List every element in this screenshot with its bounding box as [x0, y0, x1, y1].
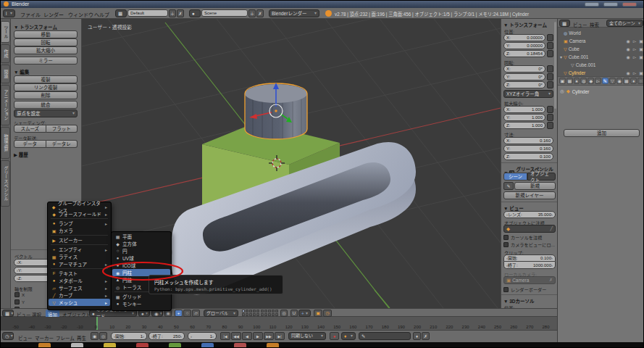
taskbar-app-icon[interactable] — [71, 343, 83, 348]
panel-edit-header[interactable]: ▼ 編集 — [14, 68, 29, 75]
title-bar[interactable]: Blender — [1, 1, 644, 8]
select-icon[interactable]: ▻ — [633, 38, 637, 44]
menu-item-mesh[interactable]: ▽メッシュ▸ — [49, 299, 110, 306]
panel-history-header[interactable]: ▶ 履歴 — [14, 151, 28, 158]
loc-y-field[interactable]: Y:0.00000 — [503, 42, 545, 49]
outliner-item-world[interactable]: ◍World — [564, 29, 581, 37]
eye-icon[interactable]: ◉ — [626, 54, 630, 59]
props-tab-texture[interactable]: ▦ — [623, 78, 630, 84]
timeline-frame-menu[interactable]: フレーム — [56, 334, 75, 341]
editor-type-info-button[interactable]: i▾ — [3, 9, 15, 17]
layers-widget-1[interactable] — [242, 310, 259, 316]
panel-transform-header[interactable]: ▼ トランスフォーム — [14, 23, 57, 30]
screen-layout-icon-button[interactable]: ▦ — [115, 9, 127, 17]
eyedropper-icon[interactable]: ╱ — [550, 225, 553, 232]
taskbar-app-icon[interactable] — [201, 343, 214, 348]
lock-camera-checkbox[interactable] — [503, 242, 509, 247]
local-camera-field[interactable]: ▣Camera✗ — [503, 276, 556, 284]
tab-tools[interactable]: ツール — [1, 21, 10, 43]
props-tab-particles[interactable]: ♦ — [630, 78, 637, 84]
prev-keyframe-button[interactable]: ◀◀ — [231, 332, 241, 340]
checkbox-y[interactable] — [14, 299, 20, 304]
submenu-item-uv-sphere[interactable]: ●UV球 — [112, 254, 170, 262]
translate-button[interactable]: 移動 — [14, 30, 78, 38]
tab-grease-pencil[interactable]: グリースペンシル — [1, 160, 10, 207]
scene-field[interactable]: Scene — [201, 9, 248, 17]
editor-type-outliner-button[interactable]: ▦ — [559, 20, 570, 27]
render-engine-select[interactable]: Blenderレンダー▾ — [269, 9, 319, 17]
tab-create[interactable]: 作成 — [1, 44, 10, 63]
join-button[interactable]: 統合 — [14, 101, 78, 109]
delete-layout-button[interactable]: ✗ — [177, 9, 184, 17]
play-reverse-button[interactable]: ◀ — [242, 332, 252, 340]
scale-y-field[interactable]: Y:1.000 — [503, 114, 545, 121]
props-tab-scene[interactable]: ● — [574, 78, 580, 84]
data-button[interactable]: データ — [14, 140, 46, 148]
jump-to-start-button[interactable]: |◀ — [220, 332, 230, 340]
constraint-y-row[interactable]: Y — [14, 299, 25, 304]
taskbar-app-icon[interactable] — [38, 343, 51, 348]
editor-type-3dview-button[interactable]: ▦▾ — [2, 310, 14, 317]
keying-set-field[interactable]: ✎ — [359, 332, 411, 340]
close-button[interactable] — [622, 2, 637, 7]
props-tab-world[interactable]: ◍ — [580, 78, 587, 84]
submenu-item-plane[interactable]: ▦平面 — [112, 233, 170, 240]
checkbox-x[interactable] — [14, 292, 20, 297]
menu-item-armature[interactable]: ♦アーマチュア▸ — [49, 260, 110, 268]
set-origin-dropdown[interactable]: 原点を設定▾ — [14, 109, 78, 117]
lock-to-scene-toggle[interactable]: ◎ — [280, 310, 288, 317]
lock-camera-row[interactable]: カメラをビューにロ... — [503, 241, 555, 248]
breadcrumb-object-name[interactable]: Cylinder — [572, 89, 590, 94]
duplicate-linked-button[interactable]: リンク複製 — [14, 83, 78, 91]
outliner-item-cube001-data[interactable]: ▽Cube.001 — [571, 61, 595, 69]
scale-button[interactable]: 拡大縮小 — [14, 46, 78, 54]
scale-z-field[interactable]: Z:1.000 — [503, 122, 545, 129]
lock-icon[interactable] — [547, 34, 553, 41]
props-tab-modifiers[interactable]: ✎ — [602, 78, 609, 84]
loc-x-field[interactable]: X:0.00000 — [503, 34, 545, 41]
eye-icon[interactable]: ◉ — [626, 70, 630, 75]
auto-keyframe-record-button[interactable]: ● — [330, 332, 339, 340]
shade-smooth-button[interactable]: スムーズ — [14, 125, 46, 133]
eye-icon[interactable]: ◉ — [626, 38, 630, 44]
menu-item-camera[interactable]: ▣カメラ — [49, 227, 110, 234]
mirror-button[interactable]: ミラー — [14, 57, 78, 65]
lock-to-object-field[interactable]: ◆╱ — [503, 225, 556, 233]
next-keyframe-button[interactable]: ▶▶ — [264, 332, 274, 340]
tab-physics[interactable]: 物理演算 — [1, 127, 10, 159]
npanel-scrollbar[interactable] — [554, 22, 556, 109]
gp-new-button[interactable]: 新規 — [514, 182, 556, 190]
opengl-render-image-button[interactable]: ▣ — [314, 310, 322, 317]
lock-icon[interactable] — [547, 73, 553, 80]
insert-keyframe-button[interactable]: ♦ — [413, 332, 421, 340]
lock-icon[interactable] — [547, 50, 553, 57]
menu-item-group-instance[interactable]: ◆グループのインスタンス▸ — [49, 203, 110, 210]
lock-icon[interactable] — [547, 114, 553, 121]
select-icon[interactable]: ▻ — [633, 70, 637, 75]
gp-scene-tab[interactable]: シーン — [503, 173, 527, 181]
timeline-view-menu[interactable]: ビュー — [18, 334, 33, 341]
manipulator-scale-toggle[interactable]: ▱ — [192, 310, 200, 317]
add-layout-button[interactable]: ＋ — [169, 9, 176, 17]
lock-cursor-row[interactable]: カーソルを注視 — [503, 234, 542, 241]
submenu-item-monkey[interactable]: ●モンキー — [112, 300, 170, 307]
expand-icon[interactable]: ▾ — [560, 54, 562, 59]
lock-icon[interactable] — [547, 106, 553, 113]
submenu-item-circle[interactable]: ○円 — [112, 247, 170, 254]
npanel-transform-header[interactable]: ▼ トランスフォーム — [503, 21, 547, 28]
clip-end-field[interactable]: ‹終了:1000.000› — [503, 262, 556, 269]
rot-x-field[interactable]: X:0° — [503, 65, 545, 72]
maximize-button[interactable] — [603, 2, 618, 7]
delete-scene-button[interactable]: ✗ — [256, 9, 264, 17]
props-tab-render-layers[interactable]: ▦ — [566, 78, 573, 84]
outliner-filter-dropdown[interactable]: 全てのシーン▾ — [606, 20, 643, 27]
play-button[interactable]: ▶ — [253, 332, 263, 340]
jump-to-end-button[interactable]: ▶| — [275, 332, 285, 340]
props-tab-render[interactable]: ▣ — [559, 78, 566, 84]
menu-item-metaball[interactable]: ●メタボール▸ — [49, 277, 110, 284]
render-icon[interactable]: ▣ — [639, 38, 643, 44]
gp-object-tab[interactable]: オブジェクト — [527, 173, 556, 181]
delete-button[interactable]: 削除 — [14, 91, 78, 99]
submenu-item-cube[interactable]: ◆立方体 — [112, 240, 170, 247]
duplicate-button[interactable]: 複製 — [14, 75, 78, 83]
